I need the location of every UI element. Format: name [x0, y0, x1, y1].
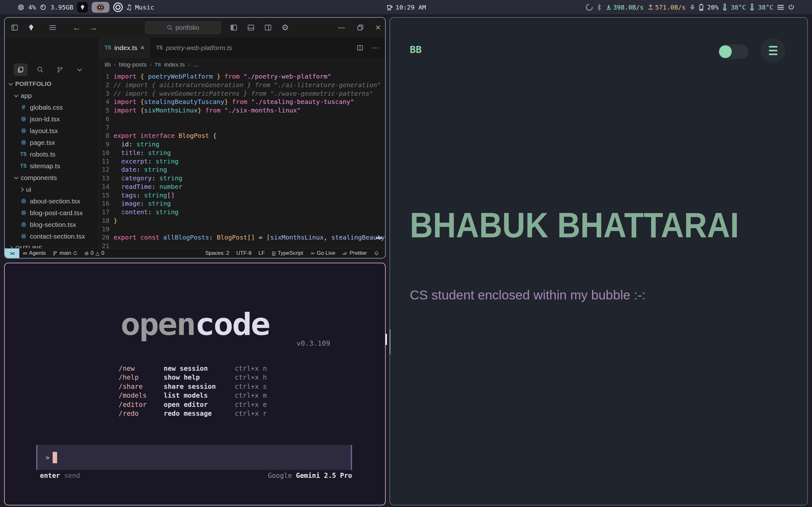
- vscode-editor-area: TS index.ts × TS poetry-web-platform.ts …: [99, 38, 385, 248]
- code-line: category: string: [113, 174, 385, 182]
- music-label[interactable]: Music: [135, 3, 154, 11]
- toggle-panel-icon[interactable]: [246, 22, 256, 33]
- git-branch-status[interactable]: main: [49, 248, 81, 258]
- code-line: tags: string[]: [113, 191, 385, 200]
- app-icon-terminal-pet[interactable]: [92, 2, 109, 13]
- command-shortcut: ctrl+x r: [235, 409, 267, 418]
- encoding-status[interactable]: UTF-8: [233, 250, 255, 257]
- tree-item-label: robots.ts: [30, 151, 55, 158]
- code-line: date: string: [113, 165, 385, 174]
- vscode-statusbar: >< ∞Agents main ⊘0 △0 Spaces: 2 UTF-8 LF…: [5, 248, 385, 258]
- command-row-models[interactable]: /modelslist modelsctrl+x m: [119, 391, 267, 400]
- code-line: import { poetryWebPlatform } from "./poe…: [113, 72, 385, 81]
- menu-icon[interactable]: [777, 4, 784, 10]
- command-name: /redo: [119, 409, 164, 418]
- toggle-primary-sidebar-icon[interactable]: [229, 22, 239, 33]
- editor-scrollbar-thumb[interactable]: [376, 237, 382, 239]
- go-live-status[interactable]: Go Live: [307, 250, 339, 257]
- prompt-input[interactable]: >: [36, 445, 352, 470]
- notifications-bell-icon[interactable]: [370, 250, 383, 256]
- command-row-editor[interactable]: /editoropen editorctrl+x e: [119, 400, 267, 409]
- source-control-icon[interactable]: [53, 63, 67, 76]
- code-line: title: string: [113, 149, 385, 157]
- theme-toggle[interactable]: [718, 44, 749, 59]
- nav-forward-icon[interactable]: →: [88, 22, 99, 33]
- command-row-new[interactable]: /newnew sessionctrl+x n: [119, 364, 267, 373]
- network-download: 398.0B/s: [606, 3, 644, 11]
- site-menu-button[interactable]: [761, 38, 785, 63]
- ts-file-icon: TS: [20, 152, 27, 157]
- tree-item-label: app: [20, 92, 32, 100]
- settings-gear-icon[interactable]: ⚙: [280, 22, 291, 33]
- code-line: id: string: [113, 140, 385, 149]
- problems-status[interactable]: ⊘0 △0: [81, 248, 108, 258]
- indentation-status[interactable]: Spaces: 2: [202, 250, 233, 257]
- nav-back-icon[interactable]: ←: [71, 22, 82, 33]
- language-status[interactable]: {ϳ}TypeScript: [268, 250, 307, 257]
- tree-file-sitemap.ts[interactable]: TSsitemap.ts: [5, 160, 99, 172]
- power-icon[interactable]: [788, 4, 795, 10]
- split-editor-icon[interactable]: [357, 44, 363, 51]
- window-minimize-icon[interactable]: —: [338, 23, 345, 32]
- app-icon-record[interactable]: [113, 3, 123, 12]
- code-editor[interactable]: 123456789101112131415161718192021 import…: [99, 71, 385, 248]
- hamburger-menu-icon[interactable]: [47, 22, 58, 33]
- command-shortcut: ctrl+x m: [235, 391, 267, 400]
- tree-file-page.tsx[interactable]: page.tsx: [5, 136, 99, 148]
- opencode-version: v0.3.109: [5, 339, 330, 347]
- command-row-redo[interactable]: /redoredo messagectrl+x r: [119, 409, 267, 418]
- window-close-icon[interactable]: ×: [375, 22, 380, 33]
- prettier-status[interactable]: Prettier: [339, 250, 370, 257]
- search-view-icon[interactable]: [33, 63, 47, 76]
- window-restore-icon[interactable]: [357, 24, 363, 31]
- command-row-share[interactable]: /shareshare sessionctrl+x s: [119, 382, 267, 391]
- tree-item-app[interactable]: app: [5, 90, 99, 101]
- tree-item-ui[interactable]: ui: [5, 183, 99, 195]
- editor-more-actions-icon[interactable]: ⋯: [372, 44, 379, 52]
- search-placeholder: portfolio: [175, 24, 199, 32]
- tree-file-about-section.tsx[interactable]: about-section.tsx: [5, 195, 99, 207]
- tab-close-icon[interactable]: ×: [141, 44, 145, 52]
- toggle-secondary-sidebar-icon[interactable]: [263, 22, 273, 33]
- tree-file-globals.css[interactable]: #globals.css: [5, 101, 99, 113]
- remote-indicator[interactable]: ><: [5, 248, 19, 258]
- tab-index-ts[interactable]: TS index.ts ×: [99, 38, 151, 58]
- tree-item-label: json-ld.tsx: [30, 115, 60, 123]
- activity-more-chevron-icon[interactable]: [72, 63, 87, 76]
- tab-poetry-web-platform[interactable]: TS poetry-web-platform.ts: [151, 38, 238, 58]
- command-name: /editor: [119, 400, 164, 409]
- tree-file-layout.tsx[interactable]: layout.tsx: [5, 125, 99, 136]
- site-tagline: CS student enclosed within my bubble :-:: [410, 288, 646, 302]
- layout-sidebar-icon[interactable]: [9, 22, 20, 33]
- tree-item-components[interactable]: components: [5, 172, 99, 183]
- top-status-bar: 4% 3.95GB ♫ Music 10:29 AM 398.0B/s 571.…: [0, 0, 812, 14]
- tree-item-label: ui: [26, 186, 31, 193]
- command-name: /share: [119, 382, 164, 391]
- app-icon-gem[interactable]: [77, 2, 88, 13]
- opencode-terminal-window: opencode v0.3.109 /newnew sessionctrl+x …: [4, 263, 386, 505]
- battery-percent: 20%: [707, 3, 719, 11]
- tree-file-blog-post-card.tsx[interactable]: blog-post-card.tsx: [5, 207, 99, 219]
- model-indicator[interactable]: Google Gemini 2.5 Pro: [268, 472, 352, 480]
- tree-file-robots.ts[interactable]: TSrobots.ts: [5, 148, 99, 160]
- agents-status[interactable]: ∞Agents: [19, 248, 49, 258]
- bluetooth-icon[interactable]: [597, 4, 602, 11]
- command-row-help[interactable]: /helpshow helpctrl+x h: [119, 373, 267, 382]
- tree-item-portfolio[interactable]: PORTFOLIO: [5, 78, 99, 90]
- caffeine-cup-icon[interactable]: [386, 4, 393, 11]
- site-scrollbar-thumb[interactable]: [390, 330, 391, 354]
- network-upload: 571.0B/s: [647, 3, 686, 11]
- cpu-thermometer-icon: [722, 3, 727, 11]
- microphone-icon[interactable]: [690, 4, 695, 11]
- breadcrumb[interactable]: lib› blog-posts› TS index.ts› ...: [99, 58, 385, 71]
- tree-file-blog-section.tsx[interactable]: blog-section.tsx: [5, 219, 99, 230]
- tree-file-json-ld.tsx[interactable]: json-ld.tsx: [5, 113, 99, 125]
- tree-file-contact-section.tsx[interactable]: contact-section.tsx: [5, 230, 99, 242]
- command-center-search[interactable]: portfolio: [145, 21, 221, 34]
- tree-item-label: page.tsx: [30, 139, 55, 147]
- site-logo[interactable]: BB: [410, 44, 421, 55]
- eol-status[interactable]: LF: [255, 250, 268, 257]
- css-file-icon: #: [20, 104, 27, 111]
- react-file-icon: [20, 233, 27, 239]
- explorer-icon[interactable]: [14, 63, 28, 76]
